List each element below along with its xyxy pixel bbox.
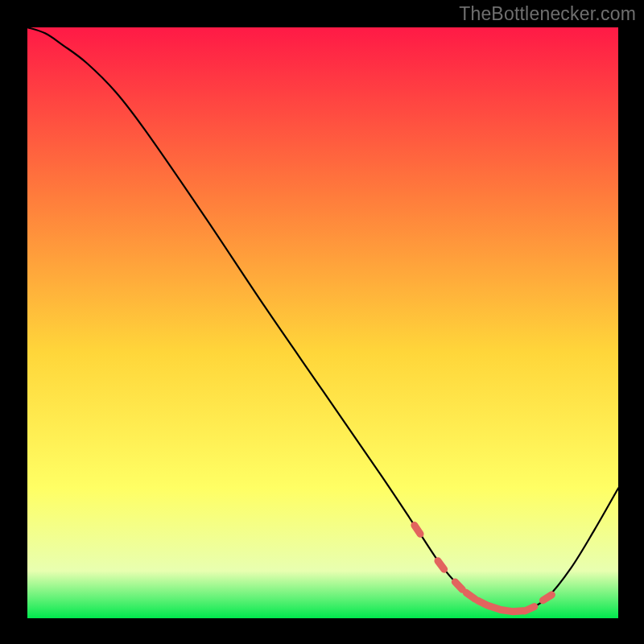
marker-dot [525,607,535,611]
marker-dot [438,561,444,569]
gradient-background [27,27,618,618]
plot-area [27,27,618,618]
chart-svg [27,27,618,618]
marker-dot [477,601,487,605]
chart-container: TheBottlenecker.com [0,0,644,644]
marker-dot [415,525,420,534]
marker-dot [543,595,551,601]
marker-dot [466,592,475,599]
watermark-text: TheBottlenecker.com [459,3,636,25]
